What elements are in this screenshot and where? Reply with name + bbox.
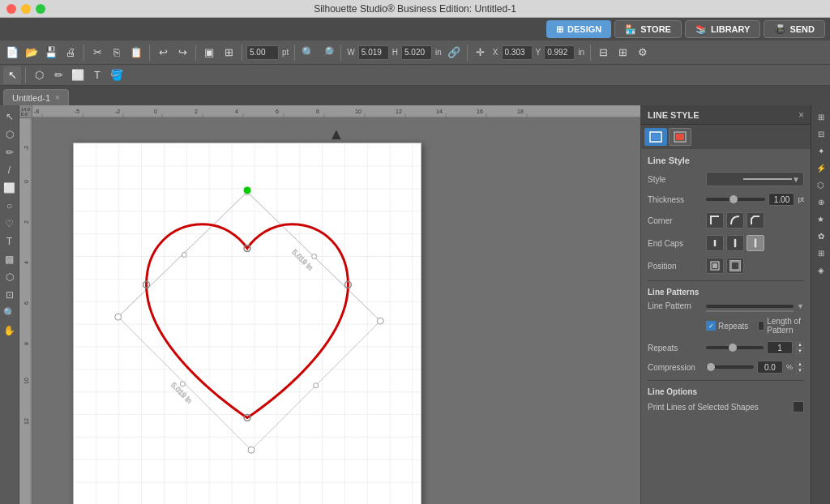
- corner-bevel-button[interactable]: [747, 212, 764, 229]
- fill-tool-left[interactable]: ▩: [2, 251, 18, 267]
- cut-button[interactable]: ✂: [88, 44, 106, 62]
- width-input[interactable]: [358, 45, 389, 60]
- right-icon-3[interactable]: ✦: [813, 143, 829, 159]
- print-lines-checkbox[interactable]: [793, 401, 804, 412]
- select-tool[interactable]: ↖: [3, 66, 21, 84]
- select-tool-left[interactable]: ↖: [2, 109, 18, 125]
- send-nav-button[interactable]: 📠 SEND: [764, 20, 825, 38]
- y-input[interactable]: [544, 45, 575, 60]
- print-button[interactable]: 🖨: [62, 44, 79, 62]
- new-button[interactable]: 📄: [3, 44, 21, 62]
- paste-button[interactable]: 📋: [127, 44, 145, 62]
- pencil-tool[interactable]: ✏: [2, 144, 18, 160]
- right-icon-6[interactable]: ⊕: [813, 194, 829, 210]
- repeats-checkbox-item[interactable]: ✓ Repeats: [706, 321, 748, 331]
- save-button[interactable]: 💾: [42, 44, 60, 62]
- repeats-checkbox[interactable]: ✓: [706, 321, 716, 331]
- circle-tool[interactable]: ○: [2, 198, 18, 214]
- repeats-down-button[interactable]: ▼: [796, 348, 804, 354]
- text-tool[interactable]: T: [88, 66, 106, 84]
- corner-miter-button[interactable]: [706, 212, 724, 229]
- store-nav-button[interactable]: 🏪 STORE: [614, 20, 682, 38]
- right-icon-1[interactable]: ⊞: [813, 109, 829, 125]
- node-tool[interactable]: ⬡: [30, 66, 48, 84]
- height-input[interactable]: [401, 45, 432, 60]
- copy-button[interactable]: ⎘: [108, 44, 126, 62]
- ungroup-button[interactable]: ⊞: [220, 44, 237, 62]
- distribute-button[interactable]: ⊞: [614, 44, 632, 62]
- right-icon-7[interactable]: ★: [813, 211, 829, 227]
- compression-thumb[interactable]: [707, 363, 715, 371]
- zoom-tool-left[interactable]: 🔍: [2, 305, 18, 321]
- svg-text:-2: -2: [24, 146, 29, 151]
- pan-tool[interactable]: ✋: [2, 322, 18, 339]
- right-icon-5[interactable]: ⬡: [813, 177, 829, 193]
- canvas-area[interactable]: 14.66.6 -8 -5 -2 0 2 4 6 8 10 12: [19, 105, 640, 504]
- group-button[interactable]: ▣: [200, 44, 218, 62]
- library-nav-button[interactable]: 📚 LIBRARY: [685, 20, 760, 38]
- endcap-square-button[interactable]: [747, 235, 764, 251]
- right-icon-8[interactable]: ✿: [813, 228, 829, 244]
- eraser-tool[interactable]: ⬜: [69, 66, 87, 84]
- settings-button[interactable]: ⚙: [634, 44, 652, 62]
- endcap-round-button[interactable]: [726, 235, 744, 251]
- length-checkbox[interactable]: [758, 321, 764, 331]
- canvas-viewport[interactable]: ▲: [32, 118, 640, 504]
- undo-button[interactable]: ↩: [154, 44, 172, 62]
- lock-aspect-button[interactable]: 🔗: [445, 44, 463, 62]
- align-button[interactable]: ⊟: [595, 44, 613, 62]
- tab-stroke-icon[interactable]: [644, 128, 667, 146]
- line-tool[interactable]: /: [2, 162, 18, 178]
- maximize-button[interactable]: [36, 4, 45, 14]
- repeats-count-input[interactable]: [767, 341, 793, 354]
- thickness-slider[interactable]: [706, 198, 765, 201]
- move-tool[interactable]: ✛: [472, 44, 490, 62]
- compression-input[interactable]: [757, 361, 783, 374]
- drawing-canvas[interactable]: 5.019 in 5.019 in: [73, 143, 421, 504]
- repeats-count-slider[interactable]: [706, 346, 764, 349]
- eraser-tool-left[interactable]: ⬡: [2, 269, 18, 285]
- compression-slider[interactable]: [706, 365, 754, 369]
- design-nav-button[interactable]: ⊞ DESIGN: [546, 20, 611, 38]
- compression-up-button[interactable]: ▲: [796, 361, 804, 367]
- x-input[interactable]: [502, 45, 533, 60]
- minimize-button[interactable]: [21, 4, 31, 14]
- zoom-out-button[interactable]: 🔎: [319, 44, 336, 62]
- zoom-in-button[interactable]: 🔍: [299, 44, 317, 62]
- right-icon-4[interactable]: ⚡: [813, 160, 829, 176]
- line-pattern-track[interactable]: [706, 305, 794, 308]
- length-checkbox-item[interactable]: Length of Pattern: [758, 317, 804, 335]
- compression-down-button[interactable]: ▼: [796, 368, 804, 374]
- text-tool-left[interactable]: T: [2, 233, 18, 250]
- svg-text:-5: -5: [75, 109, 79, 114]
- repeats-up-button[interactable]: ▲: [796, 342, 804, 348]
- panel-close-button[interactable]: ×: [798, 109, 804, 121]
- tab-close-button[interactable]: ×: [55, 93, 60, 102]
- draw-tool[interactable]: ✏: [49, 66, 67, 84]
- right-icon-10[interactable]: ◈: [813, 262, 829, 278]
- endcap-flat-button[interactable]: [706, 235, 724, 251]
- shape-tool[interactable]: ⬜: [2, 180, 18, 196]
- heart-tool[interactable]: ♡: [2, 216, 18, 232]
- line-patterns-title: Line Patterns: [648, 288, 804, 297]
- open-button[interactable]: 📂: [23, 44, 41, 62]
- thickness-thumb[interactable]: [729, 195, 738, 203]
- node-edit-tool[interactable]: ⬡: [2, 126, 18, 143]
- corner-round-button[interactable]: [726, 212, 744, 229]
- style-dropdown[interactable]: ▼: [706, 172, 804, 186]
- right-icon-9[interactable]: ⊞: [813, 245, 829, 261]
- position-inside-button[interactable]: [706, 258, 724, 274]
- toolbar2: ↖ ⬡ ✏ ⬜ T 🪣: [0, 65, 830, 86]
- repeats-count-thumb[interactable]: [729, 344, 737, 352]
- position-outside-button[interactable]: [726, 258, 744, 274]
- tab-fill-icon[interactable]: [669, 128, 691, 146]
- panel-header: LINE STYLE ×: [641, 105, 811, 125]
- redo-button[interactable]: ↪: [173, 44, 191, 62]
- fill-tool[interactable]: 🪣: [108, 66, 126, 84]
- size-input[interactable]: [246, 45, 279, 60]
- close-button[interactable]: [6, 4, 16, 14]
- crop-tool[interactable]: ⊡: [2, 287, 18, 303]
- right-icon-2[interactable]: ⊟: [813, 126, 829, 142]
- thickness-input[interactable]: [768, 193, 794, 206]
- document-tab[interactable]: Untitled-1 ×: [3, 89, 69, 105]
